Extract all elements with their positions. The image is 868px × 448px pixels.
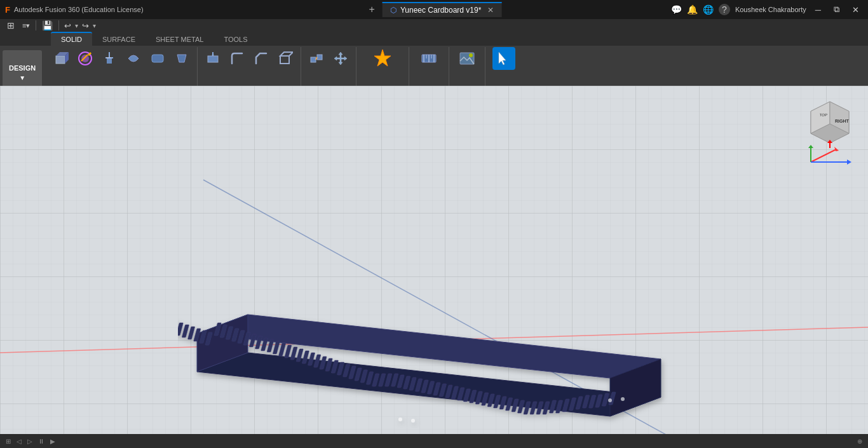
- status-icon-5[interactable]: ▶: [48, 437, 57, 445]
- joint-btn[interactable]: [305, 47, 328, 70]
- move-btn[interactable]: [329, 47, 352, 70]
- restore-btn[interactable]: ⧉: [830, 3, 843, 16]
- axis-arrows: [804, 143, 855, 168]
- svg-rect-7: [107, 58, 112, 64]
- tab-title: Yuneec Cardboard v19*: [400, 6, 481, 15]
- svg-text:RIGHT: RIGHT: [835, 119, 850, 123]
- create-sketch-btn[interactable]: [74, 47, 97, 70]
- help-icon[interactable]: ?: [719, 4, 730, 15]
- svg-point-112: [621, 397, 625, 401]
- undo-arrow[interactable]: ▾: [75, 22, 78, 29]
- measure-btn[interactable]: [417, 47, 440, 70]
- inspect-icons: [417, 47, 440, 70]
- shell-btn[interactable]: [274, 47, 297, 70]
- nav-cube-svg: RIGHT TOP: [804, 92, 855, 149]
- app-title: Autodesk Fusion 360 (Education License): [14, 6, 144, 13]
- status-bar: ⊞ ◁ ▷ ⏸ ▶ ⊕: [0, 434, 868, 448]
- separator2: [58, 20, 59, 31]
- insert-icons: [456, 47, 478, 70]
- select-icons: [492, 47, 515, 70]
- file-menu-icon[interactable]: ≡▾: [19, 20, 33, 31]
- extrude-btn[interactable]: [98, 47, 121, 70]
- loft-btn[interactable]: [170, 47, 193, 70]
- title-bar-left: F Autodesk Fusion 360 (Education License…: [5, 5, 144, 15]
- svg-marker-15: [280, 52, 293, 56]
- svg-rect-16: [311, 57, 316, 62]
- chat-icon[interactable]: 💬: [671, 4, 682, 15]
- svg-marker-11: [177, 55, 186, 62]
- new-component-btn[interactable]: [50, 47, 72, 70]
- undo-icon[interactable]: ↩: [62, 20, 74, 32]
- design-label: DESIGN: [9, 64, 36, 72]
- viewport[interactable]: RIGHT TOP: [0, 86, 868, 434]
- tab-sheet-metal[interactable]: SHEET METAL: [146, 33, 214, 46]
- grid-icon[interactable]: ⊞: [4, 19, 18, 32]
- insert-image-btn[interactable]: [456, 47, 478, 70]
- separator1: [36, 20, 36, 31]
- revolve-btn[interactable]: [122, 47, 145, 70]
- svg-point-110: [411, 419, 415, 423]
- svg-rect-55: [285, 345, 292, 358]
- svg-rect-12: [208, 56, 218, 62]
- close-btn[interactable]: ✕: [848, 4, 863, 16]
- svg-rect-17: [317, 55, 322, 60]
- status-icon-1[interactable]: ⊞: [4, 437, 13, 445]
- svg-point-4: [81, 55, 89, 62]
- title-bar-right: 💬 🔔 🌐 ? Kousheek Chakraborty ─ ⧉ ✕: [671, 3, 863, 16]
- svg-rect-10: [152, 55, 163, 62]
- svg-marker-124: [808, 145, 813, 148]
- status-icon-4[interactable]: ⏸: [36, 437, 46, 445]
- title-bar: F Autodesk Fusion 360 (Education License…: [0, 0, 868, 19]
- app-icon: F: [5, 5, 10, 15]
- quick-access-bar: ⊞ ≡▾ 💾 ↩ ▾ ↪ ▾: [0, 19, 868, 32]
- create-icons: [50, 47, 193, 70]
- design-arrow: ▼: [19, 74, 25, 81]
- svg-point-111: [608, 398, 612, 402]
- nav-cube[interactable]: RIGHT TOP: [804, 92, 855, 149]
- user-name[interactable]: Kousheek Chakraborty: [735, 6, 806, 13]
- select-btn[interactable]: [492, 47, 515, 70]
- modify-icons: [201, 47, 297, 70]
- tab-close-btn[interactable]: ✕: [487, 6, 494, 15]
- tab-solid[interactable]: SOLID: [51, 32, 92, 46]
- svg-text:TOP: TOP: [819, 113, 827, 117]
- active-tab[interactable]: ⬡ Yuneec Cardboard v19* ✕: [383, 2, 501, 17]
- status-icon-3[interactable]: ▷: [25, 437, 34, 445]
- toolbar-tabs: SOLID SURFACE SHEET METAL TOOLS: [0, 32, 868, 46]
- title-center: + ⬡ Yuneec Cardboard v19* ✕: [367, 2, 502, 17]
- tab-surface[interactable]: SURFACE: [92, 33, 146, 46]
- 3d-model: [178, 238, 686, 434]
- svg-point-27: [469, 53, 473, 57]
- tab-icon: ⬡: [390, 6, 397, 15]
- construct-plane-btn[interactable]: [371, 47, 394, 70]
- toolbar-area: ⊞ ≡▾ 💾 ↩ ▾ ↪ ▾ SOLID SURFACE SHEET METAL…: [0, 19, 868, 86]
- status-icon-2[interactable]: ◁: [15, 437, 24, 445]
- svg-rect-39: [187, 327, 194, 339]
- save-icon[interactable]: 💾: [39, 19, 56, 32]
- svg-rect-53: [273, 341, 280, 354]
- svg-marker-19: [374, 50, 391, 66]
- svg-rect-14: [280, 56, 289, 64]
- svg-rect-38: [182, 325, 189, 337]
- new-tab-btn[interactable]: +: [367, 4, 377, 15]
- svg-rect-54: [278, 343, 285, 356]
- sweep-btn[interactable]: [146, 47, 169, 70]
- svg-rect-37: [178, 323, 183, 336]
- svg-marker-126: [847, 160, 851, 165]
- svg-point-109: [398, 417, 402, 421]
- construct-icons: [371, 47, 394, 70]
- svg-rect-0: [56, 56, 65, 64]
- tab-tools[interactable]: TOOLS: [214, 33, 257, 46]
- minimize-btn[interactable]: ─: [811, 4, 825, 16]
- redo-arrow[interactable]: ▾: [93, 22, 96, 29]
- fillet-btn[interactable]: [226, 47, 248, 70]
- status-icon-right[interactable]: ⊕: [855, 437, 864, 445]
- globe-icon[interactable]: 🌐: [703, 4, 714, 15]
- assemble-icons: [305, 47, 352, 70]
- redo-icon[interactable]: ↪: [79, 20, 92, 32]
- chamfer-btn[interactable]: [250, 47, 273, 70]
- press-pull-btn[interactable]: [201, 47, 224, 70]
- info-icon[interactable]: 🔔: [687, 4, 698, 15]
- svg-line-121: [811, 149, 836, 162]
